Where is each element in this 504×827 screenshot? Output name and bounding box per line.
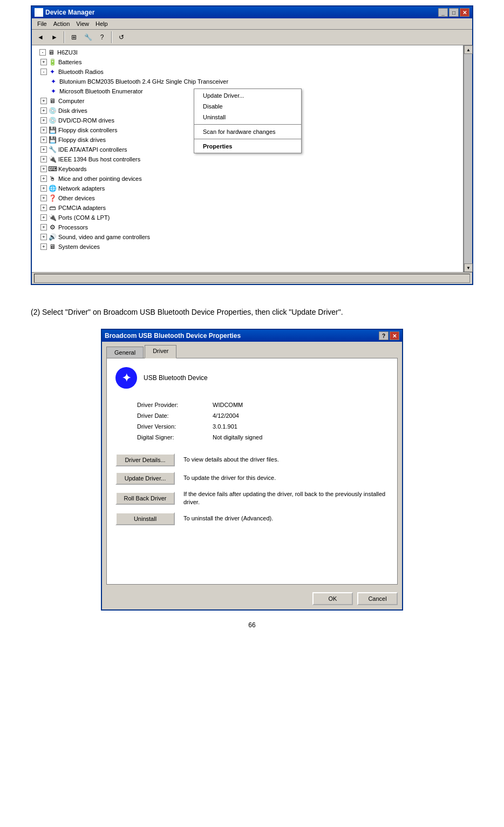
tab-driver[interactable]: Driver bbox=[145, 345, 176, 358]
tree-item-pcmcia[interactable]: + 🗃 PCMCIA adapters bbox=[32, 203, 463, 213]
tree-label-computer: Computer bbox=[58, 98, 84, 104]
scroll-down-btn[interactable]: ▼ bbox=[464, 263, 473, 272]
expand-dvd[interactable]: + bbox=[40, 117, 47, 124]
mice-icon: 🖱 bbox=[48, 174, 57, 183]
tree-label-ports: Ports (COM & LPT) bbox=[58, 214, 110, 221]
tree-item-system[interactable]: + 🖥 System devices bbox=[32, 242, 463, 252]
tab-general[interactable]: General bbox=[106, 347, 144, 358]
expand-computer[interactable]: + bbox=[40, 98, 47, 104]
floppy-ctrl-icon: 💾 bbox=[48, 126, 57, 134]
tree-label-ms-bt: Microsoft Bluetooth Enumerator bbox=[59, 88, 143, 94]
help-button[interactable]: ? bbox=[96, 31, 108, 43]
expand-other[interactable]: + bbox=[40, 195, 47, 201]
cancel-button[interactable]: Cancel bbox=[357, 592, 398, 605]
tree-label-dvd: DVD/CD-ROM drives bbox=[58, 117, 114, 124]
network-icon: 🌐 bbox=[48, 184, 57, 193]
tree-item-other[interactable]: + ❓ Other devices bbox=[32, 193, 463, 203]
maximize-button[interactable]: □ bbox=[449, 8, 459, 17]
expand-floppy-ctrl[interactable]: + bbox=[40, 127, 47, 133]
ctx-scan[interactable]: Scan for hardware changes bbox=[194, 126, 301, 137]
ctx-sep1 bbox=[194, 124, 301, 125]
instruction-text: (2) Select "Driver" on Broadcom USB Blue… bbox=[31, 307, 473, 318]
ctx-uninstall[interactable]: Uninstall bbox=[194, 112, 301, 123]
other-icon: ❓ bbox=[48, 194, 57, 202]
tree-item-ports[interactable]: + 🔌 Ports (COM & LPT) bbox=[32, 213, 463, 222]
menu-view[interactable]: View bbox=[73, 19, 92, 28]
uninstall-driver-button[interactable]: Uninstall bbox=[115, 512, 175, 525]
tree-item-sound[interactable]: + 🔊 Sound, video and game controllers bbox=[32, 232, 463, 242]
expand-floppy-drv[interactable]: + bbox=[40, 137, 47, 143]
driver-details-button[interactable]: Driver Details... bbox=[115, 453, 175, 466]
close-button[interactable]: ✕ bbox=[460, 8, 469, 17]
properties-button[interactable]: 🔧 bbox=[81, 31, 94, 43]
computer-icon: 🖥 bbox=[47, 48, 56, 57]
expand-ports[interactable]: + bbox=[40, 214, 47, 221]
computer2-icon: 🖥 bbox=[48, 97, 57, 105]
props-footer: OK Cancel bbox=[102, 589, 402, 609]
driver-date-row: Driver Date: 4/12/2004 bbox=[115, 410, 389, 421]
device-manager-window: 🖥 Device Manager _ □ ✕ File Action View … bbox=[31, 5, 473, 285]
props-help-btn[interactable]: ? bbox=[379, 331, 389, 340]
ports-icon: 🔌 bbox=[48, 213, 57, 222]
driver-version-label: Driver Version: bbox=[115, 421, 191, 432]
props-titlebar-buttons: ? ✕ bbox=[379, 331, 399, 340]
expand-batteries[interactable]: + bbox=[40, 59, 47, 65]
expand-ide[interactable]: + bbox=[40, 146, 47, 153]
menu-help[interactable]: Help bbox=[92, 19, 111, 28]
expand-mice[interactable]: + bbox=[40, 175, 47, 182]
expand-keyboards[interactable]: + bbox=[40, 166, 47, 172]
ok-button[interactable]: OK bbox=[312, 592, 353, 605]
digital-signer-value: Not digitally signed bbox=[191, 432, 389, 443]
expand-ieee[interactable]: + bbox=[40, 156, 47, 162]
tree-scrollbar[interactable]: ▲ ▼ bbox=[464, 45, 472, 272]
ctx-disable[interactable]: Disable bbox=[194, 101, 301, 112]
menu-action[interactable]: Action bbox=[50, 19, 73, 28]
tree-item-bluetooth[interactable]: - ✦ Bluetooth Radios bbox=[32, 67, 463, 77]
tree-label-root: H6ZU3I bbox=[57, 49, 78, 56]
toolbar-sep2 bbox=[111, 31, 112, 43]
tree-item-blutonium[interactable]: ✦ Blutonium BCM2035 Bluetooth 2.4 GHz Si… bbox=[32, 77, 463, 86]
titlebar-left: 🖥 Device Manager bbox=[35, 8, 94, 17]
ctx-update-driver[interactable]: Update Driver... bbox=[194, 90, 301, 101]
props-close-btn[interactable]: ✕ bbox=[390, 331, 399, 340]
update-driver-button[interactable]: Update Driver... bbox=[115, 472, 175, 485]
dvd-icon: 💿 bbox=[48, 116, 57, 125]
expand-disk[interactable]: + bbox=[40, 107, 47, 114]
expand-bluetooth[interactable]: - bbox=[40, 69, 47, 75]
refresh-button[interactable]: ↺ bbox=[115, 31, 128, 43]
menu-file[interactable]: File bbox=[34, 19, 50, 28]
tree-item-network[interactable]: + 🌐 Network adapters bbox=[32, 184, 463, 193]
scroll-track[interactable] bbox=[464, 54, 472, 263]
expand-sound[interactable]: + bbox=[40, 234, 47, 240]
tree-item-batteries[interactable]: + 🔋 Batteries bbox=[32, 57, 463, 67]
expand-root[interactable]: - bbox=[39, 49, 46, 56]
pcmcia-icon: 🗃 bbox=[48, 204, 57, 212]
expand-system[interactable]: + bbox=[40, 243, 47, 250]
tree-view-button[interactable]: ⊞ bbox=[67, 31, 80, 43]
forward-button[interactable]: ► bbox=[48, 31, 61, 43]
expand-processors[interactable]: + bbox=[40, 224, 47, 231]
minimize-button[interactable]: _ bbox=[438, 8, 448, 17]
driver-date-value: 4/12/2004 bbox=[191, 410, 389, 421]
ctx-properties[interactable]: Properties bbox=[194, 141, 301, 152]
tree-label-batteries: Batteries bbox=[58, 59, 81, 65]
roll-back-driver-button[interactable]: Roll Back Driver bbox=[115, 492, 175, 505]
driver-buttons: Driver Details... To view details about … bbox=[115, 453, 389, 531]
tree-item-root[interactable]: - 🖥 H6ZU3I bbox=[32, 48, 463, 57]
props-titlebar-left: Broadcom USB Bluetooth Device Properties bbox=[105, 332, 241, 340]
tree-label-ide: IDE ATA/ATAPI controllers bbox=[58, 146, 127, 153]
tree-item-keyboards[interactable]: + ⌨ Keyboards bbox=[32, 164, 463, 174]
tree-item-processors[interactable]: + ⚙ Processors bbox=[32, 222, 463, 232]
expand-pcmcia[interactable]: + bbox=[40, 205, 47, 211]
toolbar-sep1 bbox=[64, 31, 65, 43]
tree-item-mice[interactable]: + 🖱 Mice and other pointing devices bbox=[32, 174, 463, 184]
scroll-up-btn[interactable]: ▲ bbox=[464, 45, 473, 54]
expand-network[interactable]: + bbox=[40, 185, 47, 192]
back-button[interactable]: ◄ bbox=[34, 31, 47, 43]
blutonium-icon: ✦ bbox=[49, 77, 58, 86]
tree-label-network: Network adapters bbox=[58, 185, 105, 192]
tree-label-bluetooth: Bluetooth Radios bbox=[58, 69, 104, 75]
tree-item-ieee[interactable]: + 🔌 IEEE 1394 Bus host controllers bbox=[32, 154, 463, 164]
disk-icon: 💿 bbox=[48, 106, 57, 115]
digital-signer-label: Digital Signer: bbox=[115, 432, 191, 443]
